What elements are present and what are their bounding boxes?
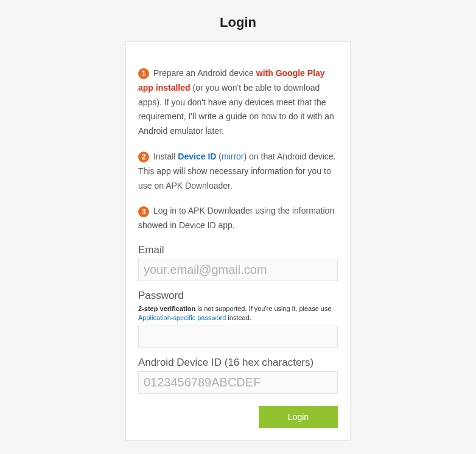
- password-note-end: instead.: [226, 314, 251, 321]
- step-3-text: Log in to APK Downloader using the infor…: [138, 206, 334, 230]
- device-id-label: Android Device ID (16 hex characters): [138, 357, 338, 369]
- step-3: 3 Log in to APK Downloader using the inf…: [138, 204, 338, 233]
- step-badge-2: 2: [138, 152, 149, 162]
- device-id-link[interactable]: Device ID: [178, 152, 216, 161]
- step-1-pre: Prepare an Android device: [151, 68, 256, 78]
- step-badge-1: 1: [138, 68, 149, 79]
- step-badge-3: 3: [138, 206, 149, 217]
- device-id-field[interactable]: [138, 371, 338, 394]
- password-label: Password: [138, 290, 338, 302]
- step-2-paren-open: (: [216, 152, 222, 161]
- page-title: Login: [0, 15, 476, 30]
- step-2-pre: Install: [151, 152, 178, 161]
- email-label: Email: [138, 244, 338, 256]
- app-specific-password-link[interactable]: Application-specific password: [138, 314, 226, 321]
- step-2: 2 Install Device ID (mirror) on that And…: [138, 150, 338, 193]
- login-button[interactable]: Login: [259, 406, 338, 428]
- password-note-bold: 2-step verification: [138, 305, 195, 312]
- password-note-mid: is not supported. If you're using it, pl…: [195, 305, 331, 312]
- mirror-link[interactable]: mirror: [222, 152, 244, 161]
- password-field[interactable]: [138, 326, 338, 348]
- login-card: 1 Prepare an Android device with Google …: [125, 41, 351, 441]
- password-note: 2-step verification is not supported. If…: [138, 304, 338, 323]
- step-1: 1 Prepare an Android device with Google …: [138, 66, 338, 139]
- button-row: Login: [138, 406, 338, 428]
- email-field[interactable]: [138, 259, 338, 281]
